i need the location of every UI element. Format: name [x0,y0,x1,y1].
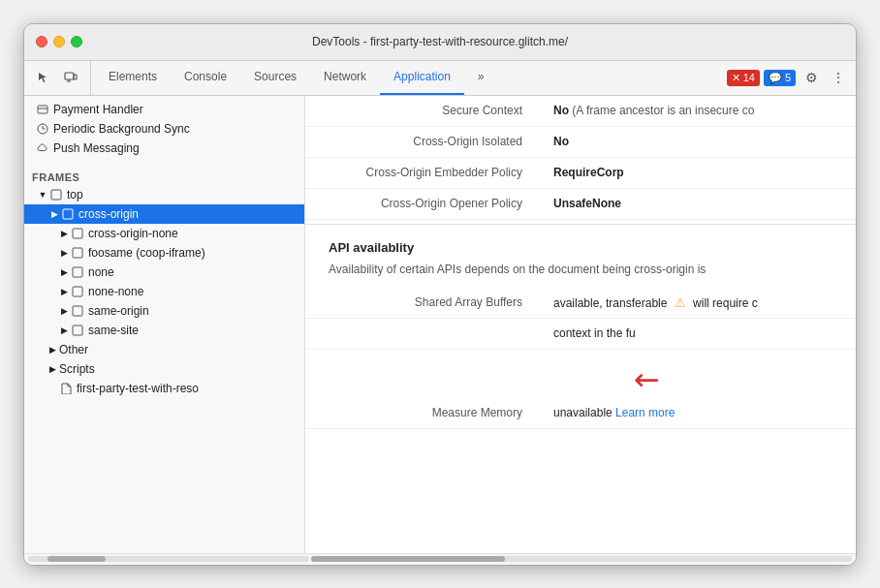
content-scrollbar-thumb[interactable] [311,556,505,562]
tab-elements[interactable]: Elements [95,61,171,95]
empty-label [305,319,538,349]
secure-context-label: Secure Context [305,96,538,126]
coep-label: Cross-Origin Embedder Policy [305,158,538,188]
tab-application[interactable]: Application [380,61,464,95]
push-messaging-label: Push Messaging [53,141,140,155]
warning-icon: ⚠ [675,295,686,310]
sidebar-item-payment-handler[interactable]: Payment Handler [24,100,304,119]
expand-arrow-cross-origin: ▶ [47,207,61,221]
scripts-label: Scripts [59,362,95,376]
window-title: DevTools - first-party-test-with-resourc… [312,35,568,48]
sidebar-item-cross-origin-none[interactable]: ▶ cross-origin-none [24,224,304,243]
sidebar-item-scripts[interactable]: ▶ Scripts [24,359,304,379]
sidebar-item-none-none[interactable]: ▶ none-none [24,282,304,301]
devtools-window: DevTools - first-party-test-with-resourc… [23,23,857,566]
secure-context-extra: (A frame ancestor is an insecure co [572,104,754,117]
cross-origin-isolated-value: No [538,127,856,157]
sidebar-item-foosame[interactable]: ▶ foosame (coop-iframe) [24,243,304,263]
cross-origin-isolated-label: Cross-Origin Isolated [305,127,538,157]
tab-network[interactable]: Network [310,61,380,95]
shared-array-buffers-label: Shared Array Buffers [305,288,538,318]
svg-rect-9 [51,190,61,200]
frame-icon-same-site [71,324,84,337]
same-origin-label: same-origin [88,304,149,318]
sidebar-item-same-site[interactable]: ▶ same-site [24,321,304,340]
frame-icon-cross-origin [61,207,75,221]
sidebar-item-first-party[interactable]: first-party-test-with-reso [24,379,304,398]
svg-rect-11 [73,229,82,238]
api-section-desc: Availability of certain APIs depends on … [305,259,856,288]
message-badge[interactable]: 💬 5 [764,70,796,86]
message-icon: 💬 [769,72,782,84]
card-icon [36,103,49,116]
tab-more[interactable]: » [464,61,498,95]
sidebar-item-cross-origin[interactable]: ▶ cross-origin [24,204,304,224]
none-label: none [88,265,114,279]
frames-section-header: Frames [24,166,304,185]
maximize-button[interactable] [71,36,82,47]
expand-arrow-same-origin: ▶ [57,304,71,318]
cross-origin-none-label: cross-origin-none [88,227,178,240]
tab-controls [32,61,91,95]
content-scrollbar-track[interactable] [311,556,852,562]
secure-context-row: Secure Context No (A frame ancestor is a… [305,96,856,127]
none-none-label: none-none [88,285,143,298]
message-count: 5 [785,72,791,83]
content-pane: Secure Context No (A frame ancestor is a… [305,96,856,553]
sidebar-item-top[interactable]: ▼ top [24,185,304,204]
frame-icon-foosame [71,246,84,260]
file-icon-first-party [59,382,73,395]
tabbar-right: ✕ 14 💬 5 ⚙ ⋮ [721,61,856,95]
expand-arrow-cross-origin-none: ▶ [57,227,71,240]
shared-array-buffers-extra2: context in the fu [538,319,856,349]
frame-icon-none [71,265,84,279]
expand-arrow-scripts: ▶ [46,362,59,376]
more-icon[interactable]: ⋮ [827,66,850,89]
cursor-icon[interactable] [32,66,55,89]
close-button[interactable] [36,36,47,47]
measure-memory-value: unavailable Learn more [538,398,856,428]
titlebar: DevTools - first-party-test-with-resourc… [24,24,856,61]
sidebar: Payment Handler Periodic Background Sync [24,96,305,553]
shared-array-buffers-row: Shared Array Buffers available, transfer… [305,288,856,319]
expand-arrow-none: ▶ [57,265,71,279]
sidebar-item-none[interactable]: ▶ none [24,263,304,282]
clock-icon [36,122,49,136]
sidebar-scrollbar-thumb[interactable] [47,556,106,562]
coop-label: Cross-Origin Opener Policy [305,189,538,219]
svg-rect-15 [73,306,82,316]
red-arrow-icon: ↙ [626,357,671,402]
sidebar-item-same-origin[interactable]: ▶ same-origin [24,301,304,321]
device-icon[interactable] [59,66,82,89]
first-party-label: first-party-test-with-reso [77,382,199,395]
measure-memory-label: Measure Memory [305,398,538,428]
svg-rect-1 [74,75,77,79]
same-site-label: same-site [88,324,139,337]
frame-icon-top [49,188,63,201]
shared-array-buffers-value: available, transferable ⚠ will require c [538,288,856,318]
tab-console[interactable]: Console [171,61,240,95]
periodic-bg-sync-label: Periodic Background Sync [53,122,190,136]
learn-more-link[interactable]: Learn more [615,406,675,419]
svg-rect-14 [73,287,82,296]
minimize-button[interactable] [53,36,65,47]
svg-rect-12 [73,248,82,258]
sidebar-item-push-messaging[interactable]: Push Messaging [24,139,304,158]
expand-arrow-foosame: ▶ [57,246,71,260]
sidebar-scrollbar-track[interactable] [28,556,309,562]
api-section-title: API availablity [305,229,856,259]
coep-value: RequireCorp [538,158,856,188]
svg-rect-4 [38,106,47,113]
tabbar: Elements Console Sources Network Applica… [24,61,856,96]
svg-rect-10 [63,209,73,219]
tab-sources[interactable]: Sources [240,61,310,95]
settings-icon[interactable]: ⚙ [800,66,823,89]
sidebar-item-periodic-bg-sync[interactable]: Periodic Background Sync [24,119,304,139]
shared-array-buffers-row2: context in the fu [305,319,856,350]
expand-arrow-none-none: ▶ [57,285,71,298]
error-count: 14 [743,72,755,83]
sidebar-item-other[interactable]: ▶ Other [24,340,304,359]
cross-origin-label: cross-origin [79,207,139,221]
error-icon: ✕ [732,72,740,84]
error-badge[interactable]: ✕ 14 [727,70,760,86]
